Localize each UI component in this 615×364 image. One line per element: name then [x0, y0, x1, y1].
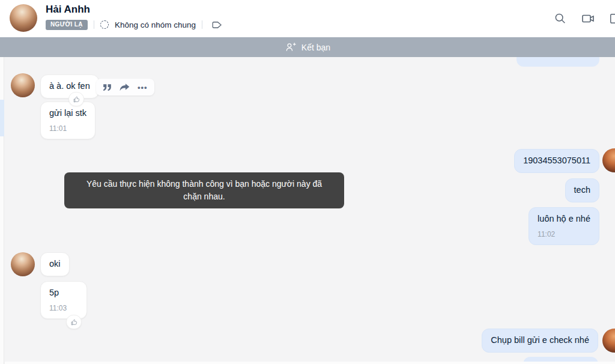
side-panel-icon[interactable] [608, 11, 615, 26]
video-call-icon[interactable] [580, 11, 596, 26]
system-toast: Yêu cầu thực hiện không thành công vì bạ… [64, 172, 344, 208]
message-time: 11:02 [538, 229, 590, 239]
message-bubble[interactable]: 19034553075011 [514, 149, 599, 173]
sender-avatar[interactable] [11, 252, 35, 276]
message-bubble[interactable]: tech [565, 178, 599, 202]
divider [202, 20, 202, 29]
message-bubble[interactable]: 5p 11:03 [40, 281, 87, 319]
stranger-badge: NGƯỜI LẠ [46, 20, 88, 30]
message-time: 11:01 [49, 124, 86, 133]
contact-name: Hải Anhh [46, 4, 90, 16]
message-text: 19034553075011 [523, 156, 590, 165]
message-text: Chụp bill gửi e check nhé [491, 335, 589, 345]
selected-conversation-edge [0, 100, 4, 136]
message-text: tech [574, 185, 590, 195]
tag-icon[interactable] [208, 17, 224, 32]
divider [94, 20, 94, 29]
forward-icon[interactable] [120, 83, 130, 92]
more-icon[interactable]: ••• [138, 83, 148, 91]
header-actions [553, 0, 615, 37]
contact-meta-row: NGƯỜI LẠ Không có nhóm chung [46, 19, 224, 31]
message-text: 5p [49, 288, 59, 297]
quote-icon[interactable] [103, 83, 112, 91]
sender-avatar[interactable] [11, 73, 35, 97]
message-bubble-partial[interactable] [517, 57, 599, 67]
chat-window: Hải Anhh NGƯỜI LẠ Không có nhóm chung [0, 0, 615, 364]
like-reaction-button[interactable] [66, 315, 82, 329]
message-bubble[interactable]: gửi lại stk 11:01 [40, 102, 95, 139]
common-groups-icon [100, 20, 109, 29]
add-friend-banner[interactable]: Kết bạn [0, 37, 615, 57]
message-bubble[interactable]: oki [40, 252, 70, 276]
chat-header: Hải Anhh NGƯỜI LẠ Không có nhóm chung [0, 0, 615, 37]
toast-text: Yêu cầu thực hiện không thành công vì bạ… [86, 179, 322, 201]
common-groups-label: Không có nhóm chung [115, 20, 196, 29]
message-text: luôn hộ e nhé [538, 214, 590, 223]
message-text: oki [49, 259, 61, 268]
compose-area-edge [5, 362, 615, 364]
message-bubble[interactable]: Chụp bill gửi e check nhé [482, 329, 598, 353]
person-add-icon [285, 41, 297, 53]
message-time: 11:03 [49, 303, 78, 313]
like-reaction-button[interactable] [68, 92, 84, 106]
contact-avatar[interactable] [10, 4, 37, 32]
message-hover-toolbar: ••• [96, 79, 154, 96]
search-icon[interactable] [553, 11, 568, 26]
message-text: à à. ok fen [49, 81, 90, 91]
conversation-list-edge [0, 57, 4, 364]
add-friend-label: Kết bạn [301, 43, 330, 52]
message-text: gửi lại stk [49, 108, 86, 118]
message-bubble[interactable]: luôn hộ e nhé 11:02 [529, 207, 599, 245]
